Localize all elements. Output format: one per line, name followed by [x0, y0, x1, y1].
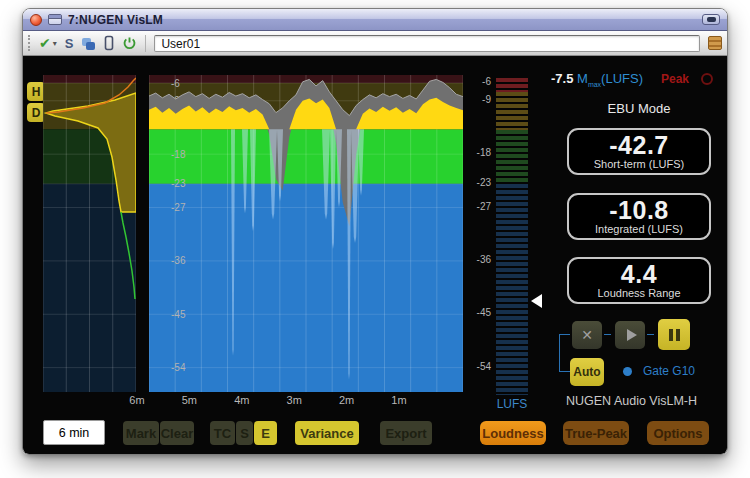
loudness-meter-bar [496, 78, 528, 395]
meter-scale-label: -54 [461, 361, 491, 372]
meter-scale-label: -9 [461, 94, 491, 105]
momentary-max-subscript: max [588, 81, 601, 88]
integrated-readout: -10.8 Integrated (LUFS) [567, 193, 711, 240]
toolbar-separator [145, 35, 146, 52]
loudness-tab-button[interactable]: Loudness [480, 421, 546, 445]
short-term-readout: -42.7 Short-term (LUFS) [567, 128, 711, 175]
meter-zone-green [496, 130, 528, 184]
svg-text:-45: -45 [171, 309, 186, 320]
history-duration-field[interactable]: 6 min [43, 420, 105, 445]
meter-scale-label: -23 [461, 177, 491, 188]
play-icon [627, 329, 637, 341]
time-label: 2m [332, 394, 362, 406]
power-icon[interactable] [122, 34, 137, 52]
pause-button[interactable] [658, 319, 690, 350]
pause-icon [669, 329, 680, 341]
meter-scale-label: -36 [461, 254, 491, 265]
momentary-max-symbol: M [577, 71, 588, 86]
close-button[interactable] [30, 14, 42, 26]
momentary-max-readout: -7.5 Mmax(LUFS) [551, 71, 643, 88]
solo-icon[interactable]: S [65, 34, 74, 52]
meter-scale-label: -27 [461, 201, 491, 212]
clear-button[interactable]: Clear [160, 421, 194, 445]
title-bar[interactable]: 7:NUGEN VisLM [23, 9, 727, 31]
options-button[interactable]: Options [647, 421, 709, 445]
short-term-caption: Short-term (LUFS) [569, 158, 709, 170]
dropdown-caret-icon[interactable]: ▾ [53, 39, 57, 48]
short-term-value: -42.7 [569, 132, 709, 158]
meter-scale-label: -6 [461, 76, 491, 87]
integrated-caption: Integrated (LUFS) [569, 223, 709, 235]
product-name: NUGEN Audio VisLM-H [566, 394, 697, 408]
meter-zone-blue [496, 184, 528, 395]
meter-scale-label: -45 [461, 307, 491, 318]
reset-button[interactable]: ✕ [572, 321, 602, 349]
time-label: 5m [174, 394, 204, 406]
meter-zone-olive [496, 92, 528, 130]
momentary-max-value: -7.5 [551, 71, 573, 86]
short-term-pointer-icon [531, 294, 542, 308]
preset-browser-icon[interactable] [708, 36, 722, 50]
transport-link-line [559, 334, 570, 372]
meter-zone-red [496, 78, 528, 92]
s-button[interactable]: S [236, 421, 253, 445]
toolbar-grip[interactable] [28, 35, 31, 51]
tc-button[interactable]: TC [210, 421, 235, 445]
confirm-icon[interactable]: ✔▾ [39, 34, 57, 52]
meter-scale-label: -18 [461, 147, 491, 158]
play-button[interactable] [615, 321, 645, 349]
variance-button[interactable]: Variance [295, 421, 359, 445]
transport-link-dash [647, 334, 654, 335]
window-proxy-icon [48, 14, 62, 25]
momentary-max-unit: (LUFS) [601, 71, 643, 86]
meter-unit-label: LUFS [490, 397, 534, 411]
svg-text:-54: -54 [171, 362, 186, 373]
meter-scale: -6-9-18-23-27-36-45-54 [461, 56, 491, 455]
loudness-range-value: 4.4 [569, 261, 709, 287]
e-button[interactable]: E [254, 421, 277, 445]
auto-button[interactable]: Auto [570, 358, 604, 386]
svg-text:-36: -36 [171, 255, 186, 266]
compare-icon[interactable] [81, 34, 96, 52]
bypass-icon[interactable] [104, 34, 114, 52]
mark-button[interactable]: Mark [123, 421, 159, 445]
plugin-content: H D -6-9-18-23-27-36-45-54 6m5m4m3m2m1m … [23, 56, 727, 455]
time-label: 4m [227, 394, 257, 406]
integrated-value: -10.8 [569, 197, 709, 223]
time-label: 6m [122, 394, 152, 406]
window-title: 7:NUGEN VisLM [68, 13, 163, 27]
svg-text:-23: -23 [171, 178, 186, 189]
gate-label: Gate G10 [643, 364, 695, 378]
toolbar: ✔▾ S User01 [23, 31, 727, 56]
loudness-range-caption: Loudness Range [569, 287, 709, 299]
plugin-window: 7:NUGEN VisLM ✔▾ S User01 H D [22, 8, 728, 455]
preset-name-field[interactable]: User01 [154, 35, 700, 52]
peak-lamp-icon[interactable] [701, 73, 713, 85]
loudness-history-graph: -6-9-18-23-27-36-45-54 [149, 75, 463, 392]
mode-label: EBU Mode [567, 101, 711, 116]
time-label: 1m [384, 394, 414, 406]
svg-text:-18: -18 [171, 149, 186, 160]
true-peak-tab-button[interactable]: True-Peak [563, 421, 629, 445]
toolbar-toggle-button[interactable] [702, 14, 720, 25]
time-axis: 6m5m4m3m2m1m [122, 394, 414, 406]
peak-label: Peak [661, 72, 689, 86]
time-label: 3m [279, 394, 309, 406]
loudness-range-readout: 4.4 Loudness Range [567, 257, 711, 304]
svg-text:-6: -6 [171, 78, 180, 89]
loudness-distribution-histogram [43, 75, 136, 392]
transport-link-dash [604, 334, 611, 335]
svg-text:-27: -27 [171, 202, 186, 213]
export-button[interactable]: Export [380, 421, 432, 445]
gate-indicator-icon [623, 367, 632, 376]
